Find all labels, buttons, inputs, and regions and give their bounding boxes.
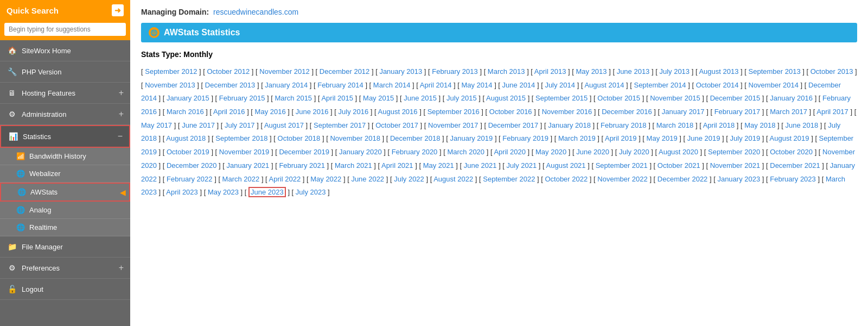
month-link[interactable]: June 2020 [576,148,609,156]
month-link[interactable]: October 2022 [545,175,588,183]
month-link[interactable]: May 2018 [744,121,775,129]
month-link[interactable]: March 2016 [167,108,204,116]
month-link[interactable]: September 2016 [427,108,480,116]
month-link[interactable]: June 2015 [404,94,437,102]
month-link[interactable]: May 2023 [208,188,239,196]
month-link[interactable]: March 2018 [656,121,694,129]
month-link[interactable]: January 2017 [662,108,705,116]
sidebar-item-php-version[interactable]: 🔧PHP Version [0,61,130,83]
sidebar-item-logout[interactable]: 🔓Logout [0,279,130,300]
sidebar-item-webalizer[interactable]: 🌐 Webalizer [0,165,130,183]
month-link[interactable]: June 2016 [296,108,329,116]
month-link[interactable]: July 2021 [507,161,537,170]
sidebar-item-hosting-features[interactable]: 🖥Hosting Features + [0,83,130,104]
month-link[interactable]: March 2021 [335,161,372,170]
month-link[interactable]: August 2017 [264,121,304,129]
month-link[interactable]: November 2018 [330,134,380,142]
month-link[interactable]: January 2023 [717,175,760,183]
month-link[interactable]: April 2016 [213,108,245,116]
month-link[interactable]: February 2018 [601,121,647,129]
month-link[interactable]: October 2013 [810,67,853,76]
month-link[interactable]: March 2022 [222,175,260,183]
month-link[interactable]: January 2020 [339,148,382,156]
quick-search-arrow-icon[interactable]: ➜ [112,4,124,16]
month-link[interactable]: April 2020 [494,148,526,156]
month-link[interactable]: June 2019 [687,134,720,142]
month-link[interactable]: March 2014 [373,81,411,89]
month-link[interactable]: June 2022 [351,175,384,183]
month-link[interactable]: June 2017 [182,121,215,129]
month-link[interactable]: September 2015 [535,94,588,102]
month-link[interactable]: December 2020 [167,161,217,170]
month-link[interactable]: April 2021 [381,161,413,170]
sidebar-item-analog[interactable]: 🌐 Analog [0,202,130,219]
month-link[interactable]: June 2021 [464,161,497,170]
sidebar-item-siteworx-home[interactable]: 🏠SiteWorx Home [0,40,130,61]
month-link[interactable]: August 2016 [378,108,418,116]
month-link[interactable]: November 2014 [749,81,799,89]
month-link[interactable]: February 2022 [167,175,213,183]
month-link[interactable]: July 2020 [619,148,649,156]
month-link[interactable]: October 2017 [375,121,418,129]
month-link[interactable]: June 2023 [248,187,286,197]
month-link[interactable]: December 2019 [279,148,329,156]
month-link[interactable]: June 2013 [617,67,650,76]
month-link[interactable]: May 2017 [141,121,172,129]
month-link[interactable]: November 2021 [710,161,761,170]
month-link[interactable]: January 2019 [450,134,493,142]
sidebar-item-statistics[interactable]: 📊Statistics − [0,125,130,148]
month-link[interactable]: December 2013 [205,81,256,89]
month-link[interactable]: July 2014 [545,81,575,89]
month-link[interactable]: November 2012 [259,67,310,76]
month-link[interactable]: August 2015 [486,94,526,102]
month-link[interactable]: October 2019 [167,148,209,156]
month-link[interactable]: October 2014 [696,81,739,89]
month-link[interactable]: March 2020 [447,148,484,156]
month-link[interactable]: July 2015 [446,94,477,102]
month-link[interactable]: February 2013 [432,67,478,76]
month-link[interactable]: November 2019 [219,148,270,156]
month-link[interactable]: April 2015 [321,94,353,102]
month-link[interactable]: March 2015 [275,94,312,102]
month-link[interactable]: October 2016 [489,108,532,116]
month-link[interactable]: July 2016 [339,108,369,116]
month-link[interactable]: August 2020 [659,148,698,156]
sidebar-item-realtime[interactable]: 🌐 Realtime [0,219,130,236]
month-link[interactable]: July 2023 [296,188,326,196]
month-link[interactable]: April 2017 [816,108,848,116]
month-link[interactable]: December 2012 [320,67,370,76]
month-link[interactable]: March 2019 [558,134,596,142]
month-link[interactable]: April 2023 [166,188,198,196]
month-link[interactable]: September 2013 [749,67,801,76]
month-link[interactable]: January 2013 [379,67,422,76]
month-link[interactable]: July 2017 [225,121,255,129]
month-link[interactable]: July 2013 [659,67,690,76]
month-link[interactable]: January 2021 [227,161,270,170]
month-link[interactable]: August 2014 [584,81,624,89]
month-link[interactable]: February 2020 [392,148,438,156]
month-link[interactable]: May 2021 [423,161,454,170]
month-link[interactable]: May 2016 [255,108,286,116]
month-link[interactable]: November 2015 [650,94,700,102]
month-link[interactable]: February 2019 [502,134,548,142]
month-link[interactable]: September 2020 [708,148,760,156]
month-link[interactable]: May 2020 [535,148,566,156]
month-link[interactable]: December 2021 [770,161,820,170]
month-link[interactable]: April 2018 [703,121,735,129]
month-link[interactable]: October 2020 [770,148,813,156]
month-link[interactable]: February 2015 [219,94,265,102]
month-link[interactable]: April 2022 [269,175,301,183]
month-link[interactable]: June 2018 [785,121,818,129]
month-link[interactable]: December 2017 [488,121,539,129]
month-link[interactable]: May 2013 [576,67,607,76]
month-link[interactable]: December 2018 [390,134,441,142]
month-link[interactable]: January 2015 [167,94,209,102]
month-link[interactable]: December 2016 [602,108,652,116]
month-link[interactable]: June 2014 [502,81,535,89]
month-link[interactable]: July 2019 [730,134,761,142]
month-link[interactable]: October 2021 [658,161,700,170]
month-link[interactable]: March 2013 [488,67,525,76]
month-link[interactable]: December 2022 [658,175,708,183]
month-link[interactable]: August 2018 [166,134,206,142]
month-link[interactable]: October 2018 [278,134,321,142]
